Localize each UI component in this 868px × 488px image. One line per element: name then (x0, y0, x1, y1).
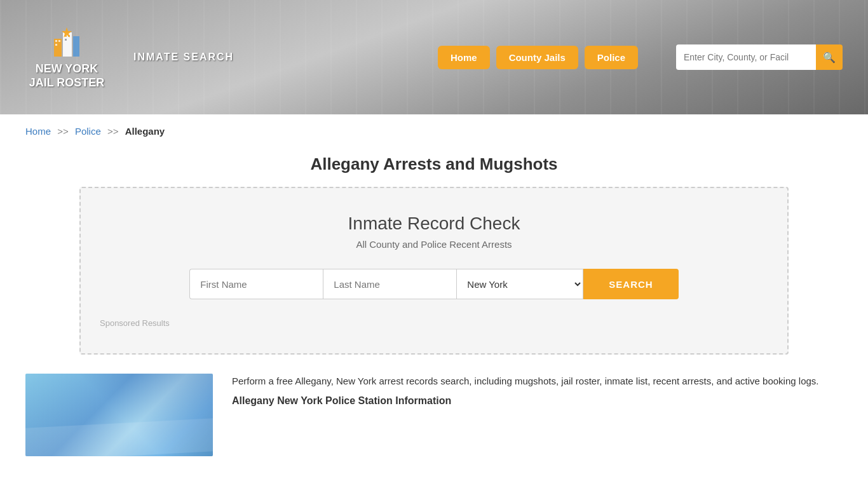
state-select[interactable]: New York Alabama Alaska Arizona Arkansas… (456, 269, 583, 299)
logo-text: NEW YORK JAIL ROSTER (29, 62, 105, 90)
site-header: NEW YORK JAIL ROSTER INMATE SEARCH Home … (0, 0, 868, 114)
nav-area: Home County Jails Police (438, 46, 638, 69)
page-title: Allegany Arrests and Mugshots (0, 154, 868, 174)
nav-home-button[interactable]: Home (438, 46, 490, 69)
svg-rect-8 (65, 39, 67, 41)
breadcrumb: Home >> Police >> Allegany (0, 114, 868, 148)
search-form: New York Alabama Alaska Arizona Arkansas… (100, 269, 768, 299)
breadcrumb-sep2: >> (107, 126, 119, 137)
svg-rect-3 (55, 40, 57, 42)
header-search-button[interactable]: 🔍 (816, 44, 843, 70)
bottom-image (25, 374, 213, 456)
bottom-subtitle: Allegany New York Police Station Informa… (232, 395, 843, 407)
last-name-input[interactable] (323, 269, 456, 299)
svg-rect-0 (54, 39, 62, 57)
first-name-input[interactable] (189, 269, 323, 299)
breadcrumb-sep1: >> (57, 126, 69, 137)
nav-police-button[interactable]: Police (585, 46, 638, 69)
search-icon: 🔍 (823, 51, 836, 64)
breadcrumb-home-link[interactable]: Home (25, 126, 51, 137)
bottom-section: Perform a free Allegany, New York arrest… (0, 355, 868, 475)
search-panel: Inmate Record Check All County and Polic… (79, 187, 789, 355)
search-main-button[interactable]: SEARCH (583, 269, 678, 299)
breadcrumb-current: Allegany (125, 126, 165, 137)
svg-rect-2 (73, 36, 79, 57)
header-search-input[interactable] (676, 44, 816, 70)
bottom-text: Perform a free Allegany, New York arrest… (232, 374, 843, 407)
nav-county-jails-button[interactable]: County Jails (496, 46, 578, 69)
svg-rect-4 (58, 40, 60, 42)
header-search-area: 🔍 (676, 44, 843, 70)
search-panel-title: Inmate Record Check (100, 214, 768, 234)
search-panel-subtitle: All County and Police Recent Arrests (100, 239, 768, 250)
logo-icon (48, 25, 86, 60)
breadcrumb-police-link[interactable]: Police (75, 126, 101, 137)
inmate-search-label: INMATE SEARCH (133, 51, 234, 63)
logo-area: NEW YORK JAIL ROSTER (25, 25, 108, 90)
svg-rect-5 (55, 44, 57, 46)
bottom-description: Perform a free Allegany, New York arrest… (232, 374, 843, 389)
sponsored-label: Sponsored Results (100, 318, 768, 328)
